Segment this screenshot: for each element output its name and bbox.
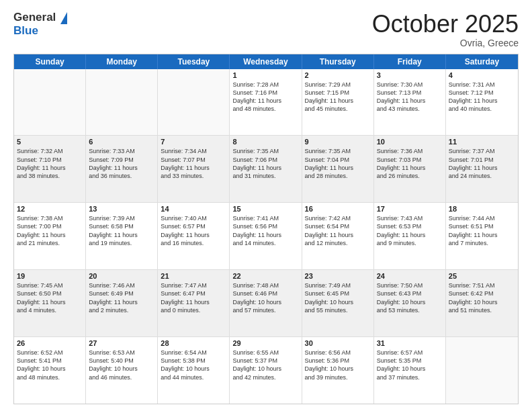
month-title: October 2025: [372, 11, 519, 38]
day-number: 6: [89, 138, 154, 146]
calendar-cell-w4-d5: 23Sunrise: 7:49 AM Sunset: 6:45 PM Dayli…: [302, 270, 374, 336]
cell-info: Sunrise: 6:52 AM Sunset: 5:41 PM Dayligh…: [17, 349, 83, 381]
calendar-week-4: 19Sunrise: 7:45 AM Sunset: 6:50 PM Dayli…: [14, 270, 518, 337]
weekday-tuesday: Tuesday: [158, 54, 230, 69]
cell-info: Sunrise: 6:54 AM Sunset: 5:38 PM Dayligh…: [161, 349, 226, 381]
logo-triangle-icon: [60, 12, 67, 24]
cell-info: Sunrise: 7:40 AM Sunset: 6:57 PM Dayligh…: [161, 214, 226, 247]
weekday-sunday: Sunday: [14, 54, 86, 69]
day-number: 18: [449, 205, 515, 213]
calendar-cell-w1-d5: 2Sunrise: 7:29 AM Sunset: 7:15 PM Daylig…: [302, 69, 374, 136]
cell-info: Sunrise: 7:44 AM Sunset: 6:51 PM Dayligh…: [449, 214, 515, 247]
logo-general: General: [13, 11, 56, 24]
cell-info: Sunrise: 6:57 AM Sunset: 5:35 PM Dayligh…: [377, 349, 443, 381]
calendar-cell-w1-d3: [158, 69, 230, 136]
day-number: 24: [377, 272, 443, 280]
calendar-cell-w1-d1: [14, 69, 86, 136]
day-number: 26: [17, 339, 83, 347]
day-number: 7: [161, 138, 226, 146]
title-block: October 2025 Ovria, Greece: [372, 11, 519, 48]
calendar-cell-w5-d2: 27Sunrise: 6:53 AM Sunset: 5:40 PM Dayli…: [86, 337, 158, 404]
cell-info: Sunrise: 7:33 AM Sunset: 7:09 PM Dayligh…: [89, 147, 154, 180]
day-number: 9: [305, 138, 371, 146]
cell-info: Sunrise: 7:35 AM Sunset: 7:04 PM Dayligh…: [305, 147, 371, 180]
location: Ovria, Greece: [372, 38, 519, 48]
cell-info: Sunrise: 7:42 AM Sunset: 6:54 PM Dayligh…: [305, 214, 371, 247]
day-number: 10: [377, 138, 443, 146]
day-number: 20: [89, 272, 154, 280]
day-number: 3: [377, 71, 443, 79]
logo: General Blue: [13, 11, 67, 38]
day-number: 12: [17, 205, 83, 213]
cell-info: Sunrise: 7:45 AM Sunset: 6:50 PM Dayligh…: [17, 281, 83, 314]
weekday-friday: Friday: [374, 54, 446, 69]
day-number: 23: [305, 272, 371, 280]
cell-info: Sunrise: 7:50 AM Sunset: 6:43 PM Dayligh…: [377, 281, 443, 314]
calendar-cell-w2-d1: 5Sunrise: 7:32 AM Sunset: 7:10 PM Daylig…: [14, 136, 86, 202]
calendar-cell-w1-d7: 4Sunrise: 7:31 AM Sunset: 7:12 PM Daylig…: [446, 69, 518, 136]
calendar-body: 1Sunrise: 7:28 AM Sunset: 7:16 PM Daylig…: [14, 69, 518, 404]
calendar-cell-w2-d4: 8Sunrise: 7:35 AM Sunset: 7:06 PM Daylig…: [230, 136, 302, 202]
cell-info: Sunrise: 7:28 AM Sunset: 7:16 PM Dayligh…: [232, 81, 298, 113]
weekday-saturday: Saturday: [446, 54, 518, 69]
calendar-cell-w4-d2: 20Sunrise: 7:46 AM Sunset: 6:49 PM Dayli…: [86, 270, 158, 336]
calendar-cell-w5-d4: 29Sunrise: 6:55 AM Sunset: 5:37 PM Dayli…: [230, 337, 302, 404]
weekday-monday: Monday: [86, 54, 158, 69]
calendar-header: Sunday Monday Tuesday Wednesday Thursday…: [14, 54, 518, 69]
day-number: 31: [377, 339, 443, 347]
header: General Blue October 2025 Ovria, Greece: [13, 11, 519, 48]
weekday-thursday: Thursday: [302, 54, 374, 69]
page: General Blue October 2025 Ovria, Greece …: [0, 0, 532, 411]
calendar-week-3: 12Sunrise: 7:38 AM Sunset: 7:00 PM Dayli…: [14, 203, 518, 270]
calendar-week-2: 5Sunrise: 7:32 AM Sunset: 7:10 PM Daylig…: [14, 136, 518, 203]
day-number: 19: [17, 272, 83, 280]
calendar-cell-w5-d3: 28Sunrise: 6:54 AM Sunset: 5:38 PM Dayli…: [158, 337, 230, 404]
calendar-cell-w3-d1: 12Sunrise: 7:38 AM Sunset: 7:00 PM Dayli…: [14, 203, 86, 269]
day-number: 30: [305, 339, 371, 347]
day-number: 13: [89, 205, 154, 213]
cell-info: Sunrise: 7:34 AM Sunset: 7:07 PM Dayligh…: [161, 147, 226, 180]
calendar-cell-w3-d5: 16Sunrise: 7:42 AM Sunset: 6:54 PM Dayli…: [302, 203, 374, 269]
day-number: 14: [161, 205, 226, 213]
cell-info: Sunrise: 7:47 AM Sunset: 6:47 PM Dayligh…: [161, 281, 226, 314]
calendar-cell-w4-d3: 21Sunrise: 7:47 AM Sunset: 6:47 PM Dayli…: [158, 270, 230, 336]
calendar-cell-w4-d1: 19Sunrise: 7:45 AM Sunset: 6:50 PM Dayli…: [14, 270, 86, 336]
cell-info: Sunrise: 7:41 AM Sunset: 6:56 PM Dayligh…: [232, 214, 298, 247]
cell-info: Sunrise: 7:49 AM Sunset: 6:45 PM Dayligh…: [305, 281, 371, 314]
calendar-cell-w2-d5: 9Sunrise: 7:35 AM Sunset: 7:04 PM Daylig…: [302, 136, 374, 202]
calendar-cell-w3-d2: 13Sunrise: 7:39 AM Sunset: 6:58 PM Dayli…: [86, 203, 158, 269]
day-number: 25: [449, 272, 515, 280]
cell-info: Sunrise: 6:53 AM Sunset: 5:40 PM Dayligh…: [89, 349, 154, 381]
day-number: 8: [232, 138, 298, 146]
day-number: 2: [305, 71, 371, 79]
day-number: 22: [232, 272, 298, 280]
cell-info: Sunrise: 7:30 AM Sunset: 7:13 PM Dayligh…: [377, 81, 443, 113]
calendar-week-1: 1Sunrise: 7:28 AM Sunset: 7:16 PM Daylig…: [14, 69, 518, 136]
cell-info: Sunrise: 7:29 AM Sunset: 7:15 PM Dayligh…: [305, 81, 371, 113]
day-number: 17: [377, 205, 443, 213]
cell-info: Sunrise: 7:32 AM Sunset: 7:10 PM Dayligh…: [17, 147, 83, 180]
cell-info: Sunrise: 7:35 AM Sunset: 7:06 PM Dayligh…: [232, 147, 298, 180]
cell-info: Sunrise: 7:38 AM Sunset: 7:00 PM Dayligh…: [17, 214, 83, 247]
day-number: 16: [305, 205, 371, 213]
calendar-cell-w2-d7: 11Sunrise: 7:37 AM Sunset: 7:01 PM Dayli…: [446, 136, 518, 202]
calendar-cell-w5-d1: 26Sunrise: 6:52 AM Sunset: 5:41 PM Dayli…: [14, 337, 86, 404]
calendar-cell-w3-d6: 17Sunrise: 7:43 AM Sunset: 6:53 PM Dayli…: [374, 203, 446, 269]
day-number: 11: [449, 138, 515, 146]
calendar-cell-w5-d6: 31Sunrise: 6:57 AM Sunset: 5:35 PM Dayli…: [374, 337, 446, 404]
calendar-week-5: 26Sunrise: 6:52 AM Sunset: 5:41 PM Dayli…: [14, 337, 518, 404]
cell-info: Sunrise: 6:55 AM Sunset: 5:37 PM Dayligh…: [232, 349, 298, 381]
calendar-cell-w4-d7: 25Sunrise: 7:51 AM Sunset: 6:42 PM Dayli…: [446, 270, 518, 336]
calendar: Sunday Monday Tuesday Wednesday Thursday…: [13, 54, 519, 404]
calendar-cell-w1-d4: 1Sunrise: 7:28 AM Sunset: 7:16 PM Daylig…: [230, 69, 302, 136]
calendar-cell-w5-d7: [446, 337, 518, 404]
day-number: 15: [232, 205, 298, 213]
calendar-cell-w1-d2: [86, 69, 158, 136]
calendar-cell-w5-d5: 30Sunrise: 6:56 AM Sunset: 5:36 PM Dayli…: [302, 337, 374, 404]
cell-info: Sunrise: 7:37 AM Sunset: 7:01 PM Dayligh…: [449, 147, 515, 180]
calendar-cell-w2-d6: 10Sunrise: 7:36 AM Sunset: 7:03 PM Dayli…: [374, 136, 446, 202]
cell-info: Sunrise: 7:39 AM Sunset: 6:58 PM Dayligh…: [89, 214, 154, 247]
cell-info: Sunrise: 7:46 AM Sunset: 6:49 PM Dayligh…: [89, 281, 154, 314]
cell-info: Sunrise: 7:43 AM Sunset: 6:53 PM Dayligh…: [377, 214, 443, 247]
day-number: 4: [449, 71, 515, 79]
